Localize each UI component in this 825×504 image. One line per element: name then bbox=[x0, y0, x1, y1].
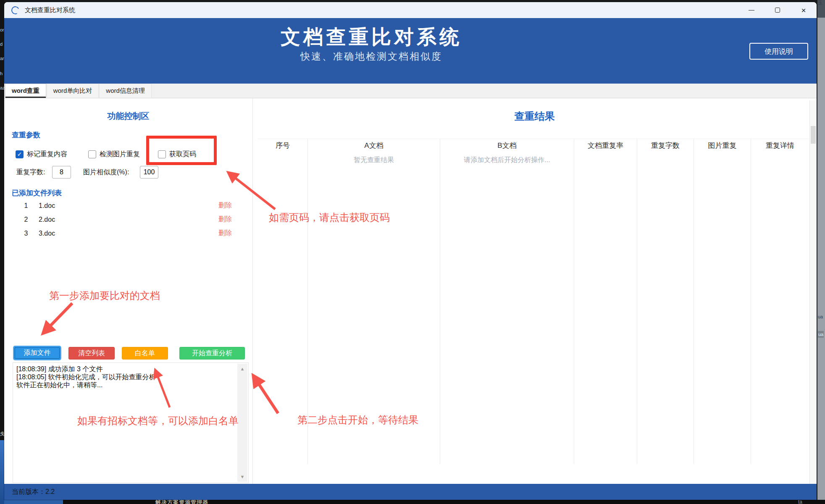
file-list-title: 已添加文件列表 bbox=[12, 188, 62, 198]
checkbox[interactable] bbox=[88, 150, 96, 158]
table-column bbox=[751, 152, 809, 464]
desktop: or d an h az 戋 玉 ua ua 解决方案资源管理器 ta 文档查重… bbox=[0, 0, 825, 504]
params-section-title: 查重参数 bbox=[12, 130, 40, 140]
tab-bar: word查重 word单向比对 word信息清理 bbox=[4, 84, 817, 98]
background-text-fragment: ta bbox=[798, 500, 802, 504]
focus-ring bbox=[15, 347, 60, 359]
file-row: 3 3.doc 删除 bbox=[4, 226, 252, 240]
delete-link[interactable]: 删除 bbox=[218, 215, 232, 224]
desktop-right-strip: 玉 ua ua bbox=[817, 0, 825, 504]
panel-divider bbox=[252, 98, 253, 484]
background-text-fragment: az bbox=[0, 86, 4, 90]
repeat-chars-input[interactable] bbox=[52, 166, 71, 178]
app-header: 文档查重比对系统 快速、准确地检测文档相似度 使用说明 bbox=[4, 18, 817, 84]
empty-state-a: 暂无查重结果 bbox=[308, 156, 440, 165]
window-title: 文档查重比对系统 bbox=[25, 6, 75, 14]
desktop-left-strip: or d an h az 戋 bbox=[0, 0, 4, 504]
table-column bbox=[574, 152, 637, 464]
checkbox-item[interactable]: 获取页码 bbox=[158, 149, 196, 159]
scroll-up-icon[interactable]: ▲ bbox=[237, 365, 247, 373]
tab[interactable]: word单向比对 bbox=[47, 84, 99, 98]
file-row: 1 1.doc 删除 bbox=[4, 199, 252, 213]
file-name: 2.doc bbox=[39, 216, 55, 223]
minimize-icon bbox=[749, 10, 754, 10]
log-line: [18:08:05] 软件初始化完成，可以开始查重分析 bbox=[16, 373, 231, 381]
clear-list-button[interactable]: 清空列表 bbox=[68, 347, 115, 360]
scrollbar-thumb[interactable] bbox=[811, 126, 816, 144]
checkbox-label: 标记重复内容 bbox=[27, 150, 67, 159]
window-titlebar: 文档查重比对系统 × bbox=[4, 2, 817, 18]
scroll-down-icon[interactable]: ▼ bbox=[237, 472, 247, 481]
close-icon: × bbox=[801, 6, 806, 14]
background-text-fragment: 戋 bbox=[0, 432, 4, 436]
column-header: A文档 bbox=[308, 139, 440, 152]
file-index: 3 bbox=[21, 230, 31, 237]
background-text-fragment: ua bbox=[818, 331, 824, 338]
delete-link[interactable]: 删除 bbox=[218, 229, 232, 238]
maximize-icon bbox=[775, 8, 780, 13]
desktop-taskbar-strip: 解决方案资源管理器 ta bbox=[4, 500, 825, 504]
background-text-fragment: ua bbox=[818, 314, 823, 319]
help-button[interactable]: 使用说明 bbox=[749, 43, 808, 60]
table-column: 暂无查重结果 bbox=[308, 152, 440, 464]
close-button[interactable]: × bbox=[791, 2, 817, 18]
checkbox[interactable] bbox=[158, 150, 166, 158]
file-name: 3.doc bbox=[39, 230, 55, 237]
status-bar: 当前版本：2.2 bbox=[4, 484, 817, 500]
results-table-body: 暂无查重结果 请添加文档后开始分析操作... bbox=[258, 152, 809, 464]
desktop-wallpaper bbox=[0, 440, 4, 504]
background-text-fragment: 玉 bbox=[818, 0, 822, 5]
checkbox[interactable] bbox=[16, 150, 24, 158]
background-text-fragment: or bbox=[0, 28, 4, 32]
delete-link[interactable]: 删除 bbox=[218, 201, 232, 210]
column-header: 序号 bbox=[258, 139, 308, 152]
start-analysis-button[interactable]: 开始查重分析 bbox=[179, 347, 245, 360]
background-text-fragment: h bbox=[0, 71, 4, 76]
checkbox-item[interactable]: 检测图片重复 bbox=[88, 149, 140, 159]
checkbox-label: 检测图片重复 bbox=[100, 150, 140, 159]
empty-state-b: 请添加文档后开始分析操作... bbox=[440, 156, 574, 165]
desktop-wallpaper bbox=[4, 500, 63, 504]
checkbox-label: 获取页码 bbox=[169, 150, 196, 159]
column-header: B文档 bbox=[440, 139, 574, 152]
app-window: 文档查重比对系统 × 文档查重比对系统 快速、准确地检测文档相似度 使用说明 w… bbox=[4, 2, 817, 500]
repeat-chars-label: 重复字数: bbox=[16, 168, 45, 177]
log-area[interactable]: [18:08:39] 成功添加 3 个文件 [18:08:05] 软件初始化完成… bbox=[13, 362, 249, 483]
file-row: 2 2.doc 删除 bbox=[4, 213, 252, 226]
background-text-fragment: d bbox=[0, 42, 4, 47]
file-index: 2 bbox=[21, 216, 31, 223]
add-file-button[interactable]: 添加文件 bbox=[13, 346, 61, 360]
column-header: 重复字数 bbox=[637, 139, 694, 152]
app-subtitle: 快速、准确地检测文档相似度 bbox=[300, 50, 442, 63]
background-text-fragment: an bbox=[0, 56, 4, 61]
column-header: 文档重复率 bbox=[574, 139, 637, 152]
column-header: 图片重复 bbox=[694, 139, 751, 152]
image-similarity-input[interactable] bbox=[140, 166, 158, 178]
app-logo-icon bbox=[11, 5, 21, 15]
params-inputs-row: 重复字数: 图片相似度(%): bbox=[4, 166, 252, 178]
table-column: 请添加文档后开始分析操作... bbox=[440, 152, 574, 464]
table-column bbox=[637, 152, 694, 464]
log-line: 软件正在初始化中，请稍等... bbox=[16, 381, 231, 389]
checkbox-item[interactable]: 标记重复内容 bbox=[16, 149, 67, 159]
whitelist-button[interactable]: 白名单 bbox=[122, 347, 168, 360]
table-column bbox=[694, 152, 751, 464]
version-text: 当前版本：2.2 bbox=[12, 488, 55, 496]
table-column bbox=[258, 152, 308, 464]
results-scrollbar[interactable] bbox=[809, 100, 817, 484]
log-line: [18:08:39] 成功添加 3 个文件 bbox=[16, 365, 231, 373]
file-name: 1.doc bbox=[39, 202, 55, 210]
log-lines: [18:08:39] 成功添加 3 个文件 [18:08:05] 软件初始化完成… bbox=[16, 365, 231, 389]
file-list: 1 1.doc 删除 2 2.doc 删除 3 3.doc 删除 bbox=[4, 199, 252, 240]
file-index: 1 bbox=[21, 202, 31, 210]
results-panel-title: 查重结果 bbox=[252, 110, 817, 123]
window-controls: × bbox=[738, 2, 817, 18]
app-title: 文档查重比对系统 bbox=[281, 24, 462, 50]
tab-label: word信息清理 bbox=[106, 87, 145, 95]
tab[interactable]: word查重 bbox=[5, 84, 46, 98]
minimize-button[interactable] bbox=[738, 2, 765, 18]
tab[interactable]: word信息清理 bbox=[99, 84, 152, 98]
tab-label: word单向比对 bbox=[53, 87, 92, 95]
maximize-button[interactable] bbox=[765, 2, 791, 18]
log-scrollbar[interactable]: ▲ ▼ bbox=[237, 364, 247, 482]
